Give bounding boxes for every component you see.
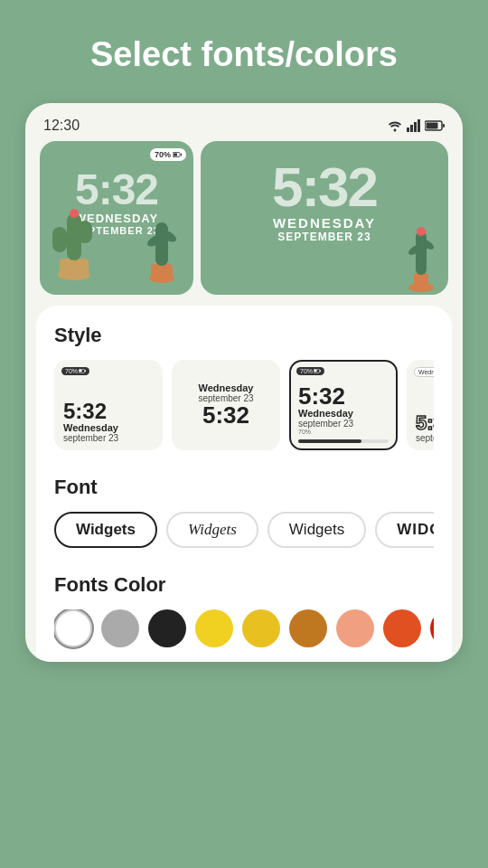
font-option-italic[interactable]: Widgets <box>166 512 258 548</box>
color-gray[interactable] <box>101 609 139 647</box>
font-options-list: Widgets Widgets Widgets WIDGETS <box>54 512 434 559</box>
svg-rect-14 <box>151 264 173 280</box>
style-card-4-date: septem <box>416 433 434 443</box>
widget-small[interactable]: 70% 5:32 WEDNESDAY SEPTEMBER 23 <box>40 141 193 295</box>
style-card-4[interactable]: Wedn 5:3 septem <box>407 360 434 450</box>
svg-rect-22 <box>414 273 428 289</box>
svg-rect-1 <box>410 125 413 132</box>
style-card-2-day: Wednesday <box>199 382 254 393</box>
status-time: 12:30 <box>43 118 80 134</box>
color-yellow[interactable] <box>195 609 233 647</box>
style-cards-list: 70% 5:32 Wednesday september 23 Wednesda… <box>54 360 434 461</box>
style-card-1-day: Wednesday <box>63 422 154 433</box>
page-background: Select fonts/colors 12:30 <box>0 0 488 662</box>
svg-rect-5 <box>427 122 438 128</box>
svg-rect-11 <box>78 221 92 243</box>
style-section-label: Style <box>54 324 434 347</box>
widget-large[interactable]: 5:32 WEDNESDAY SEPTEMBER 23 <box>201 141 448 295</box>
style-card-1-time: 5:32 <box>63 401 154 422</box>
style-card-2-time: 5:32 <box>202 403 249 427</box>
color-section-label: Fonts Color <box>54 573 434 597</box>
style-card-3-date: september 23 <box>298 419 389 429</box>
font-option-bold[interactable]: Widgets <box>54 512 157 548</box>
style-card-3-progress <box>298 439 389 443</box>
style-card-1[interactable]: 70% 5:32 Wednesday september 23 <box>54 360 163 450</box>
font-option-uppercase[interactable]: WIDGETS <box>375 512 434 548</box>
battery-icon <box>425 120 445 131</box>
signal-icon <box>407 119 421 132</box>
color-options-list <box>54 609 434 662</box>
page-title: Select fonts/colors <box>0 0 488 94</box>
widget-preview-area: 70% 5:32 WEDNESDAY SEPTEMBER 23 <box>36 141 452 306</box>
svg-rect-23 <box>416 231 427 275</box>
color-black[interactable] <box>148 609 186 647</box>
cactus-small-decoration <box>40 141 193 295</box>
color-white[interactable] <box>54 609 92 647</box>
svg-rect-28 <box>80 369 82 371</box>
svg-point-26 <box>417 227 426 236</box>
font-section-label: Font <box>54 476 434 499</box>
color-dark-yellow[interactable] <box>242 609 280 647</box>
style-card-1-badge: 70% <box>61 367 89 375</box>
svg-rect-29 <box>85 370 86 372</box>
svg-rect-32 <box>320 370 321 372</box>
style-card-3-time: 5:32 <box>298 384 389 408</box>
svg-rect-31 <box>314 369 317 371</box>
small-widget-battery-badge: 70% <box>150 148 186 161</box>
svg-rect-2 <box>414 122 417 132</box>
color-orange-brown[interactable] <box>289 609 327 647</box>
style-card-3[interactable]: 70% 5:32 Wednesday september 23 70% <box>289 360 398 450</box>
svg-rect-10 <box>52 227 67 252</box>
color-section: Fonts Color <box>54 573 434 662</box>
status-icons <box>387 119 445 132</box>
svg-rect-20 <box>181 153 182 156</box>
style-card-3-badge: 70% <box>296 367 324 375</box>
svg-rect-6 <box>443 124 445 127</box>
cactus-large-decoration <box>394 204 448 295</box>
color-orange[interactable] <box>383 609 421 647</box>
svg-point-12 <box>70 209 79 218</box>
font-section: Font Widgets Widgets Widgets WIDGETS <box>54 476 434 559</box>
style-card-3-progress-label: 70% <box>298 429 389 435</box>
bottom-sheet: Style 70% 5:32 Wednesday september 23 <box>36 306 452 662</box>
style-card-1-date: september 23 <box>63 433 154 443</box>
font-option-regular[interactable]: Widgets <box>267 512 366 548</box>
svg-rect-3 <box>418 119 420 132</box>
style-card-4-time: 5:3 <box>416 413 434 433</box>
color-red[interactable] <box>430 609 434 647</box>
wifi-icon <box>387 119 403 132</box>
svg-rect-0 <box>407 127 409 132</box>
phone-mockup: 12:30 <box>25 103 463 662</box>
style-card-3-day: Wednesday <box>298 408 389 419</box>
svg-rect-8 <box>60 259 89 277</box>
style-card-4-badge: Wedn <box>414 367 434 377</box>
style-card-2[interactable]: Wednesday september 23 5:32 <box>172 360 280 450</box>
color-peach[interactable] <box>336 609 374 647</box>
svg-rect-19 <box>174 153 177 156</box>
phone-status-bar: 12:30 <box>36 114 452 141</box>
